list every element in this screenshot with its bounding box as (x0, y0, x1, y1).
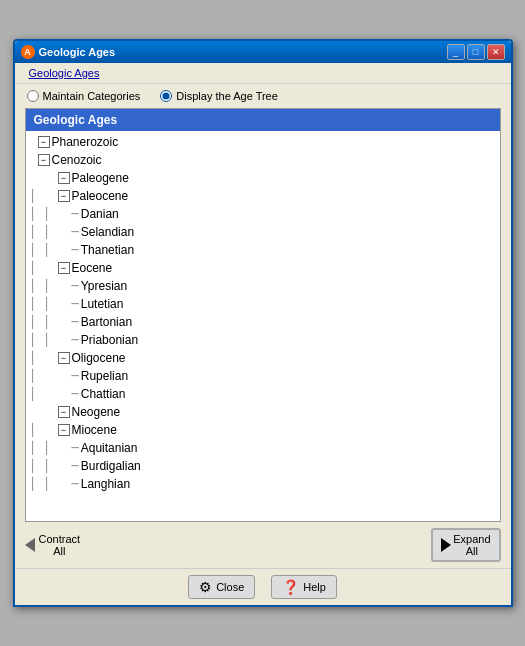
node-label[interactable]: Cenozoic (52, 153, 102, 167)
node-label[interactable]: Burdigalian (81, 459, 141, 473)
list-item[interactable]: │ │ ─ Ypresian (26, 277, 500, 295)
collapse-icon[interactable]: − (38, 136, 50, 148)
maximize-button[interactable]: □ (467, 44, 485, 60)
display-age-tree-input[interactable] (160, 90, 172, 102)
close-label: Close (216, 581, 244, 593)
node-label[interactable]: Chattian (81, 387, 126, 401)
menu-bar: Geologic Ages (15, 63, 511, 84)
content-area: Geologic Ages − Phanerozoic − Cenozoic −… (25, 108, 501, 522)
node-label[interactable]: Priabonian (81, 333, 138, 347)
minimize-button[interactable]: _ (447, 44, 465, 60)
node-label[interactable]: Neogene (72, 405, 121, 419)
close-button[interactable]: ⚙ Close (188, 575, 255, 599)
list-item[interactable]: │ │ ─ Danian (26, 205, 500, 223)
node-label[interactable]: Bartonian (81, 315, 132, 329)
list-item[interactable]: │ − Miocene (26, 421, 500, 439)
collapse-icon[interactable]: − (58, 406, 70, 418)
close-window-button[interactable]: ✕ (487, 44, 505, 60)
node-label[interactable]: Rupelian (81, 369, 128, 383)
list-item[interactable]: │ − Eocene (26, 259, 500, 277)
list-item[interactable]: │ │ ─ Bartonian (26, 313, 500, 331)
collapse-icon[interactable]: − (58, 424, 70, 436)
triangle-left-icon (25, 538, 35, 552)
node-label[interactable]: Oligocene (72, 351, 126, 365)
list-item[interactable]: − Paleogene (26, 169, 500, 187)
list-item[interactable]: │ │ ─ Langhian (26, 475, 500, 493)
title-bar-controls: _ □ ✕ (447, 44, 505, 60)
window-title: Geologic Ages (39, 46, 116, 58)
node-label[interactable]: Langhian (81, 477, 130, 491)
list-item[interactable]: │ │ ─ Burdigalian (26, 457, 500, 475)
list-item[interactable]: − Neogene (26, 403, 500, 421)
help-icon: ❓ (282, 579, 299, 595)
tree-container[interactable]: − Phanerozoic − Cenozoic − Paleogene │ − (26, 131, 500, 521)
expand-all-label: ExpandAll (453, 533, 490, 557)
contract-all-label: ContractAll (39, 533, 81, 557)
node-label[interactable]: Paleogene (72, 171, 129, 185)
collapse-icon[interactable]: − (58, 262, 70, 274)
node-label[interactable]: Paleocene (72, 189, 129, 203)
footer: ⚙ Close ❓ Help (15, 568, 511, 605)
expand-all-btn-inner[interactable]: ExpandAll (431, 528, 500, 562)
title-bar: A Geologic Ages _ □ ✕ (15, 41, 511, 63)
node-label[interactable]: Eocene (72, 261, 113, 275)
display-age-tree-label: Display the Age Tree (176, 90, 278, 102)
node-label[interactable]: Lutetian (81, 297, 124, 311)
radio-group: Maintain Categories Display the Age Tree (15, 84, 511, 108)
node-label[interactable]: Thanetian (81, 243, 134, 257)
triangle-right-icon (441, 538, 451, 552)
list-item[interactable]: │ │ ─ Priabonian (26, 331, 500, 349)
geologic-ages-menu[interactable]: Geologic Ages (23, 65, 106, 81)
list-item[interactable]: │ │ ─ Thanetian (26, 241, 500, 259)
collapse-icon[interactable]: − (58, 190, 70, 202)
main-window: A Geologic Ages _ □ ✕ Geologic Ages Main… (13, 39, 513, 607)
expand-all-button[interactable]: ExpandAll (431, 528, 500, 562)
collapse-icon[interactable]: − (58, 172, 70, 184)
list-item[interactable]: │ ─ Rupelian (26, 367, 500, 385)
close-icon: ⚙ (199, 579, 212, 595)
list-item[interactable]: │ ─ Chattian (26, 385, 500, 403)
collapse-icon[interactable]: − (38, 154, 50, 166)
list-item[interactable]: │ − Paleocene (26, 187, 500, 205)
node-label[interactable]: Ypresian (81, 279, 127, 293)
list-item[interactable]: │ │ ─ Lutetian (26, 295, 500, 313)
bottom-bar: ContractAll ExpandAll (15, 522, 511, 568)
node-label[interactable]: Miocene (72, 423, 117, 437)
list-item[interactable]: − Cenozoic (26, 151, 500, 169)
node-label[interactable]: Selandian (81, 225, 134, 239)
contract-all-button[interactable]: ContractAll (25, 533, 81, 557)
spacer (26, 153, 38, 167)
maintain-categories-input[interactable] (27, 90, 39, 102)
list-item[interactable]: − Phanerozoic (26, 133, 500, 151)
display-age-tree-radio[interactable]: Display the Age Tree (160, 90, 278, 102)
tree-header: Geologic Ages (26, 109, 500, 131)
title-bar-left: A Geologic Ages (21, 45, 116, 59)
collapse-icon[interactable]: − (58, 352, 70, 364)
help-button[interactable]: ❓ Help (271, 575, 337, 599)
list-item[interactable]: │ │ ─ Aquitanian (26, 439, 500, 457)
list-item[interactable]: │ − Oligocene (26, 349, 500, 367)
node-label[interactable]: Phanerozoic (52, 135, 119, 149)
help-label: Help (303, 581, 326, 593)
window-icon: A (21, 45, 35, 59)
maintain-categories-label: Maintain Categories (43, 90, 141, 102)
list-item[interactable]: │ │ ─ Selandian (26, 223, 500, 241)
maintain-categories-radio[interactable]: Maintain Categories (27, 90, 141, 102)
node-label[interactable]: Danian (81, 207, 119, 221)
node-label[interactable]: Aquitanian (81, 441, 138, 455)
